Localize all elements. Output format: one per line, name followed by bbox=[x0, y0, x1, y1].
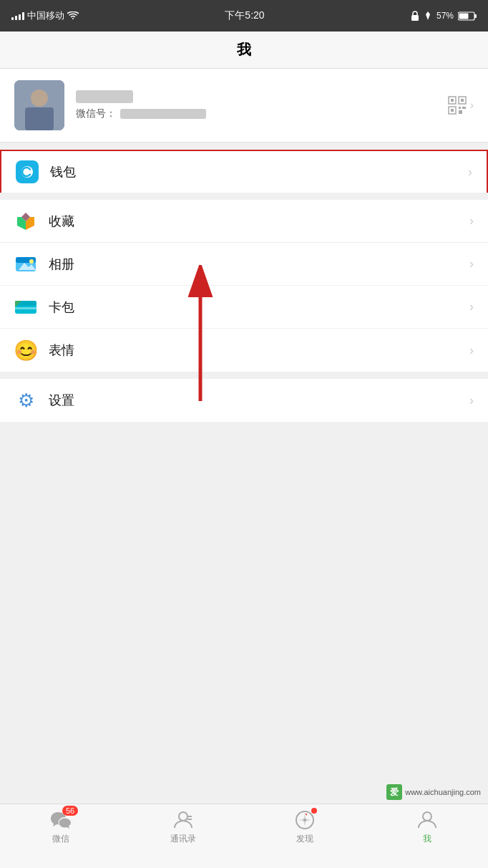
status-time: 下午5:20 bbox=[225, 9, 264, 22]
svg-rect-3 bbox=[459, 13, 469, 19]
status-left: 中国移动 bbox=[11, 9, 79, 22]
wallet-icon bbox=[16, 160, 39, 183]
watermark-logo: 爱 bbox=[386, 784, 402, 800]
signal-icon bbox=[11, 12, 24, 20]
wallet-section: 钱包 › bbox=[0, 150, 488, 193]
status-right: 57% bbox=[411, 11, 477, 21]
svg-rect-2 bbox=[474, 14, 477, 18]
profile-info: 微信号： bbox=[76, 90, 447, 120]
emoji-chevron-icon: › bbox=[469, 343, 474, 358]
svg-rect-15 bbox=[462, 107, 466, 109]
album-menu-item[interactable]: 相册 › bbox=[0, 243, 488, 286]
qr-icon bbox=[447, 95, 467, 115]
wechat-id-label: 微信号： bbox=[76, 107, 116, 120]
card-chevron-icon: › bbox=[469, 299, 474, 314]
album-chevron-icon: › bbox=[469, 256, 474, 271]
tab-bar: 56 微信 通讯录 bbox=[0, 804, 488, 868]
emoji-menu-item[interactable]: 😊 表情 › bbox=[0, 329, 488, 372]
profile-name bbox=[76, 90, 133, 103]
wechat-tab-label: 微信 bbox=[52, 833, 69, 845]
contacts-tab-label: 通讯录 bbox=[170, 833, 196, 845]
emoji-label: 表情 bbox=[49, 342, 469, 359]
collect-chevron-icon: › bbox=[469, 213, 474, 228]
svg-rect-13 bbox=[451, 109, 454, 112]
settings-label: 设置 bbox=[49, 392, 469, 409]
watermark-text: www.aichuanjing.com bbox=[405, 788, 481, 796]
svg-rect-0 bbox=[411, 15, 419, 21]
wifi-icon bbox=[67, 11, 79, 20]
discover-tab-icon bbox=[295, 810, 315, 830]
battery-label: 57% bbox=[436, 11, 454, 21]
wallet-chevron-icon: › bbox=[468, 165, 472, 180]
tab-wechat[interactable]: 56 微信 bbox=[0, 810, 122, 845]
svg-point-40 bbox=[423, 812, 431, 821]
svg-rect-11 bbox=[461, 99, 464, 102]
card-menu-item[interactable]: 卡包 › bbox=[0, 286, 488, 329]
svg-rect-7 bbox=[14, 80, 64, 130]
profile-wechat-id: 微信号： bbox=[76, 107, 447, 120]
status-bar: 中国移动 下午5:20 57% bbox=[0, 0, 488, 32]
wallet-label: 钱包 bbox=[50, 163, 468, 180]
collect-menu-item[interactable]: 收藏 › bbox=[0, 200, 488, 243]
battery-icon bbox=[458, 11, 477, 21]
svg-point-32 bbox=[179, 812, 187, 821]
emoji-icon: 😊 bbox=[14, 339, 37, 362]
wechat-badge: 56 bbox=[62, 806, 78, 816]
profile-section[interactable]: 微信号： › bbox=[0, 69, 488, 143]
album-label: 相册 bbox=[49, 256, 469, 273]
avatar bbox=[14, 80, 64, 130]
card-icon bbox=[14, 296, 37, 319]
collect-icon bbox=[14, 210, 37, 233]
nav-bar: 我 bbox=[0, 32, 488, 69]
svg-point-38 bbox=[303, 819, 306, 821]
carrier-label: 中国移动 bbox=[27, 9, 64, 22]
discover-tab-label: 发现 bbox=[296, 833, 313, 845]
page-title: 我 bbox=[237, 40, 251, 59]
settings-section: ⚙ 设置 › bbox=[0, 379, 488, 422]
chevron-right-icon: › bbox=[470, 99, 474, 112]
svg-rect-28 bbox=[15, 307, 36, 309]
settings-icon: ⚙ bbox=[14, 389, 37, 412]
tab-discover[interactable]: 发现 bbox=[244, 810, 366, 845]
card-label: 卡包 bbox=[49, 299, 469, 316]
wallet-menu-item[interactable]: 钱包 › bbox=[0, 150, 488, 193]
lock-icon bbox=[411, 11, 419, 21]
settings-chevron-icon: › bbox=[469, 393, 474, 408]
svg-rect-9 bbox=[451, 99, 454, 102]
collect-label: 收藏 bbox=[49, 213, 469, 230]
watermark: 爱 www.aichuanjing.com bbox=[386, 784, 481, 800]
wechat-id-value bbox=[120, 109, 206, 119]
svg-rect-16 bbox=[459, 110, 462, 114]
profile-qr-button[interactable]: › bbox=[447, 95, 474, 115]
location-icon bbox=[424, 11, 432, 21]
wechat-tab-icon: 56 bbox=[51, 810, 71, 830]
album-icon bbox=[14, 253, 37, 276]
settings-menu-item[interactable]: ⚙ 设置 › bbox=[0, 379, 488, 422]
me-tab-icon bbox=[417, 810, 437, 830]
tab-contacts[interactable]: 通讯录 bbox=[122, 810, 245, 845]
main-menu-section: 收藏 › 相册 › bbox=[0, 200, 488, 372]
contacts-tab-icon bbox=[173, 810, 193, 830]
discover-badge-dot bbox=[311, 808, 317, 814]
svg-rect-14 bbox=[459, 107, 461, 109]
svg-point-25 bbox=[29, 259, 34, 264]
me-tab-label: 我 bbox=[423, 833, 431, 845]
tab-me[interactable]: 我 bbox=[366, 810, 489, 845]
